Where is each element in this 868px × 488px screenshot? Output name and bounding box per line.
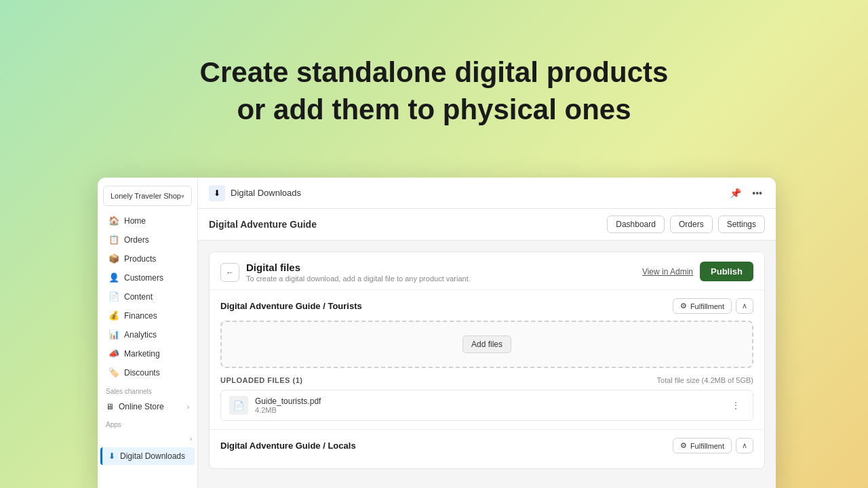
sidebar-item-digital-downloads[interactable]: ⬇ Digital Downloads — [100, 447, 195, 465]
section1-header: Digital Adventure Guide / Tourists ⚙ Ful… — [220, 298, 753, 314]
sidebar-item-content[interactable]: 📄 Content — [100, 287, 195, 306]
section1-actions: ⚙ Fulfillment ∧ — [673, 298, 753, 314]
section1-title: Digital Adventure Guide / Tourists — [220, 301, 362, 311]
sidebar-item-marketing[interactable]: 📣 Marketing — [100, 344, 195, 363]
sidebar: Lonely Traveler Shop ▾ 🏠 Home 📋 Orders 📦… — [98, 178, 198, 488]
sidebar-item-label: Marketing — [124, 349, 160, 359]
collapse-button-1[interactable]: ∧ — [736, 298, 753, 314]
section2-actions: ⚙ Fulfillment ∧ — [673, 438, 753, 453]
drop-zone-1[interactable]: Add files — [220, 321, 753, 368]
sales-channels-label: Sales channels — [98, 382, 197, 398]
online-store-label: Online Store — [119, 402, 164, 411]
file-details: Guide_tourists.pdf 4.2MB — [255, 396, 321, 414]
orders-button[interactable]: Orders — [670, 216, 713, 233]
top-bar-right: 📌 ••• — [727, 185, 765, 201]
marketing-icon: 📣 — [108, 348, 119, 359]
sidebar-item-analytics[interactable]: 📊 Analytics — [100, 325, 195, 344]
apps-label: Apps — [98, 415, 197, 431]
collapse-button-2[interactable]: ∧ — [736, 438, 753, 453]
fulfillment-button-1[interactable]: ⚙ Fulfillment — [673, 298, 732, 314]
gear-icon: ⚙ — [680, 302, 687, 310]
more-options-icon[interactable]: ••• — [749, 185, 765, 201]
view-in-admin-button[interactable]: View in Admin — [642, 267, 693, 277]
add-files-button[interactable]: Add files — [462, 336, 511, 353]
card-title: Digital files — [246, 262, 471, 273]
sidebar-item-label: Orders — [124, 235, 149, 245]
top-bar: ⬇ Digital Downloads 📌 ••• — [198, 178, 776, 209]
customers-icon: 👤 — [108, 272, 119, 283]
digital-files-card: ← Digital files To create a digital down… — [209, 251, 765, 469]
settings-button[interactable]: Settings — [718, 216, 765, 233]
sidebar-item-label: Content — [124, 292, 153, 302]
card-header-actions: View in Admin Publish — [642, 262, 753, 281]
card-title-area: ← Digital files To create a digital down… — [220, 262, 471, 283]
sidebar-item-label: Finances — [124, 311, 157, 321]
publish-button[interactable]: Publish — [700, 262, 753, 281]
digital-downloads-icon: ⬇ — [108, 451, 115, 461]
sidebar-item-home[interactable]: 🏠 Home — [100, 211, 195, 230]
finances-icon: 💰 — [108, 310, 119, 321]
store-name: Lonely Traveler Shop — [111, 192, 181, 200]
main-content: ⬇ Digital Downloads 📌 ••• Digital Advent… — [198, 178, 776, 488]
page-title: Digital Adventure Guide — [209, 219, 317, 230]
page-header: Digital Adventure Guide Dashboard Orders… — [198, 209, 776, 241]
app-logo-icon: ⬇ — [209, 185, 225, 201]
sidebar-item-finances[interactable]: 💰 Finances — [100, 306, 195, 325]
card-title-text: Digital files To create a digital downlo… — [246, 262, 471, 283]
app-window: Lonely Traveler Shop ▾ 🏠 Home 📋 Orders 📦… — [98, 178, 776, 488]
section2-title: Digital Adventure Guide / Locals — [220, 441, 356, 451]
content-icon: 📄 — [108, 291, 119, 302]
chevron-down-icon: ▾ — [181, 192, 184, 200]
chevron-right-icon: › — [187, 403, 189, 411]
gear-icon-2: ⚙ — [680, 441, 687, 450]
back-button[interactable]: ← — [220, 263, 239, 282]
store-selector[interactable]: Lonely Traveler Shop ▾ — [103, 186, 192, 206]
sidebar-item-label: Products — [124, 254, 156, 264]
page-header-actions: Dashboard Orders Settings — [607, 216, 765, 233]
hero-line1: Create standalone digital products — [200, 56, 669, 88]
sidebar-item-label: Customers — [124, 273, 163, 283]
analytics-icon: 📊 — [108, 329, 119, 340]
fulfillment-label-1: Fulfillment — [690, 302, 724, 310]
sidebar-item-orders[interactable]: 📋 Orders — [100, 230, 195, 249]
apps-chevron-right-icon: › — [190, 435, 192, 443]
hero-section: Create standalone digital products or ad… — [0, 0, 868, 155]
pdf-icon: 📄 — [229, 396, 248, 415]
file-size-value: 4.2MB — [255, 406, 321, 414]
product-section-tourists: Digital Adventure Guide / Tourists ⚙ Ful… — [210, 289, 764, 429]
app-title: Digital Downloads — [231, 188, 301, 198]
dashboard-button[interactable]: Dashboard — [607, 216, 665, 233]
pin-icon[interactable]: 📌 — [727, 185, 744, 201]
products-icon: 📦 — [108, 253, 119, 264]
sidebar-item-label: Home — [124, 216, 146, 226]
file-name: Guide_tourists.pdf — [255, 396, 321, 406]
sidebar-item-products[interactable]: 📦 Products — [100, 249, 195, 268]
uploaded-files-header: UPLOADED FILES (1) Total file size (4.2M… — [220, 376, 753, 384]
discounts-icon: 🏷️ — [108, 367, 119, 378]
fulfillment-button-2[interactable]: ⚙ Fulfillment — [673, 438, 732, 453]
online-store-icon: 🖥 — [106, 402, 114, 411]
sidebar-item-discounts[interactable]: 🏷️ Discounts — [100, 363, 195, 382]
orders-icon: 📋 — [108, 235, 119, 245]
card-header: ← Digital files To create a digital down… — [210, 252, 764, 289]
file-item: 📄 Guide_tourists.pdf 4.2MB ⋮ — [220, 390, 753, 421]
fulfillment-label-2: Fulfillment — [690, 442, 724, 450]
home-icon: 🏠 — [108, 216, 119, 226]
content-area: ← Digital files To create a digital down… — [198, 241, 776, 488]
sidebar-item-online-store[interactable]: 🖥 Online Store › — [98, 398, 197, 415]
top-bar-left: ⬇ Digital Downloads — [209, 185, 301, 201]
sidebar-item-customers[interactable]: 👤 Customers — [100, 268, 195, 287]
sidebar-item-label: Discounts — [124, 368, 160, 378]
product-section-locals: Digital Adventure Guide / Locals ⚙ Fulfi… — [210, 429, 764, 468]
file-size-info: Total file size (4.2MB of 5GB) — [657, 376, 753, 384]
active-app-label: Digital Downloads — [120, 451, 185, 461]
sidebar-item-label: Analytics — [124, 330, 157, 340]
apps-expand[interactable]: › — [98, 431, 197, 447]
card-subtitle: To create a digital download, add a digi… — [246, 274, 471, 283]
uploaded-label: UPLOADED FILES (1) — [220, 376, 302, 384]
file-menu-button[interactable]: ⋮ — [727, 399, 745, 412]
hero-line2: or add them to physical ones — [237, 94, 631, 125]
file-item-left: 📄 Guide_tourists.pdf 4.2MB — [229, 396, 321, 415]
section2-header: Digital Adventure Guide / Locals ⚙ Fulfi… — [220, 438, 753, 453]
